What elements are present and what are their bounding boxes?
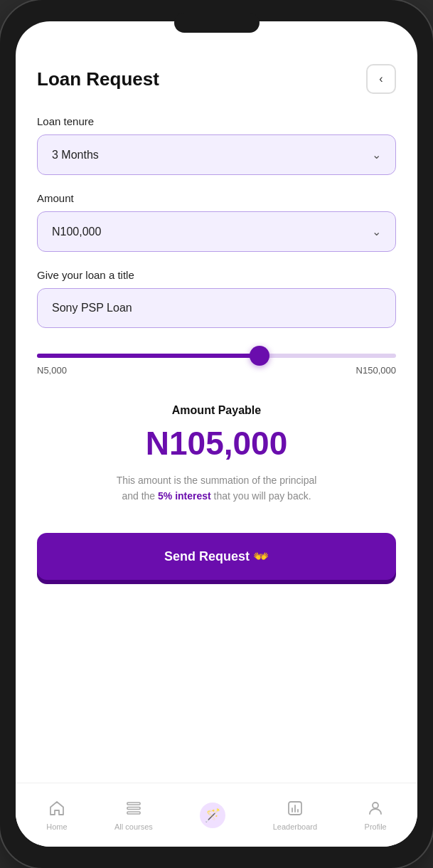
amount-payable-section: Amount Payable N105,000 This amount is t… <box>37 397 396 512</box>
nav-item-all-courses[interactable]: All courses <box>106 795 161 835</box>
loan-amount-slider-section: N5,000 N150,000 <box>37 354 396 376</box>
all-courses-icon <box>125 800 142 820</box>
loan-title-input[interactable] <box>37 288 396 328</box>
nav-label-home: Home <box>46 822 67 831</box>
tenure-chevron-icon: ⌄ <box>372 148 381 162</box>
loan-title-label: Give your loan a title <box>37 269 396 281</box>
amount-value: N100,000 <box>52 226 101 238</box>
nav-item-home[interactable]: Home <box>38 795 75 835</box>
interest-highlight: 5% interest <box>158 490 211 502</box>
tenure-select[interactable]: 3 Months ⌄ <box>37 134 396 175</box>
page-title: Loan Request <box>37 68 159 90</box>
amount-section: Amount N100,000 ⌄ <box>37 192 396 252</box>
nav-label-leaderboard: Leaderboard <box>273 822 317 831</box>
loan-icon: 🪄 <box>205 809 220 822</box>
back-icon: ‹ <box>379 73 383 85</box>
nav-item-profile[interactable]: Profile <box>356 795 395 835</box>
amount-payable-label: Amount Payable <box>37 404 396 417</box>
tenure-value: 3 Months <box>52 149 99 162</box>
svg-rect-0 <box>127 803 140 805</box>
slider-fill <box>37 354 260 358</box>
svg-point-4 <box>373 803 378 808</box>
tenure-section: Loan tenure 3 Months ⌄ <box>37 115 396 175</box>
home-icon <box>48 800 65 820</box>
phone-screen: Loan Request ‹ Loan tenure 3 Months ⌄ Am… <box>16 21 417 847</box>
slider-track <box>37 354 396 358</box>
amount-payable-value: N105,000 <box>37 424 396 462</box>
nav-label-profile: Profile <box>365 822 387 831</box>
phone-notch <box>174 13 260 33</box>
svg-rect-1 <box>127 807 140 809</box>
send-request-button[interactable]: Send Request 👐 <box>37 533 396 580</box>
back-button[interactable]: ‹ <box>366 64 396 94</box>
slider-min-label: N5,000 <box>37 365 67 376</box>
slider-labels: N5,000 N150,000 <box>37 365 396 376</box>
nav-label-all-courses: All courses <box>114 822 153 831</box>
amount-select[interactable]: N100,000 ⌄ <box>37 211 396 252</box>
slider-max-label: N150,000 <box>356 365 396 376</box>
bottom-nav: Home All courses 🪄 <box>16 783 417 847</box>
screen-content: Loan Request ‹ Loan tenure 3 Months ⌄ Am… <box>16 21 417 783</box>
loan-title-section: Give your loan a title <box>37 269 396 348</box>
slider-thumb[interactable] <box>250 346 269 366</box>
profile-icon <box>367 800 384 820</box>
tenure-label: Loan tenure <box>37 115 396 127</box>
amount-label: Amount <box>37 192 396 204</box>
amount-chevron-icon: ⌄ <box>372 225 381 238</box>
nav-active-bg: 🪄 <box>200 803 225 828</box>
leaderboard-icon <box>287 800 304 820</box>
svg-rect-2 <box>127 812 140 814</box>
phone-shell: Loan Request ‹ Loan tenure 3 Months ⌄ Am… <box>0 0 433 868</box>
nav-item-leaderboard[interactable]: Leaderboard <box>264 795 326 835</box>
amount-payable-description: This amount is the summation of the prin… <box>103 472 331 504</box>
header: Loan Request ‹ <box>37 64 396 94</box>
nav-item-loan[interactable]: 🪄 <box>191 798 234 832</box>
